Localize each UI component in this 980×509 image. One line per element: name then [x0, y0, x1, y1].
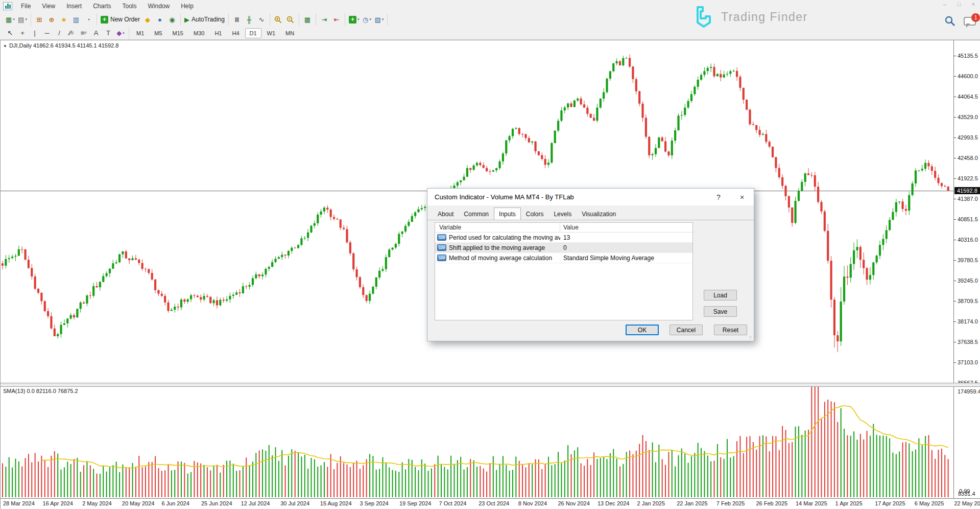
timeframe-h1[interactable]: H1: [210, 28, 226, 38]
timeframe-group: M1M5M15M30H1H4D1W1MN: [129, 27, 301, 39]
dialog-close-button[interactable]: ×: [730, 189, 754, 205]
price-tick: 39780.5: [958, 257, 978, 263]
zoom-out-icon[interactable]: [285, 14, 296, 25]
new-order-icon[interactable]: +New Order: [100, 14, 141, 25]
ok-button[interactable]: OK: [626, 325, 659, 335]
parameter-value[interactable]: 0: [560, 244, 692, 251]
menu-item-insert[interactable]: Insert: [61, 1, 87, 11]
label-icon[interactable]: T: [103, 28, 114, 39]
price-axis[interactable]: 45135.544600.044064.543529.042993.542458…: [953, 40, 980, 383]
date-tick: 6 Jun 2024: [161, 500, 189, 506]
trendline-icon[interactable]: /: [54, 28, 65, 39]
dialog-help-button[interactable]: ?: [707, 189, 730, 205]
cancel-button[interactable]: Cancel: [670, 325, 703, 335]
price-tick: 43529.0: [958, 114, 978, 120]
toolbar-group: +New Order◆●◉: [97, 13, 181, 26]
inputs-table-row[interactable]: 123Method of moving average calculationS…: [435, 253, 692, 263]
periods-icon[interactable]: ◷▾: [361, 14, 372, 25]
search-icon[interactable]: [944, 15, 955, 27]
terminal-icon[interactable]: ▥: [70, 14, 82, 25]
metaeditor-icon[interactable]: ◆: [142, 14, 153, 25]
menu-item-file[interactable]: File: [15, 1, 36, 11]
equidistant-channel-icon[interactable]: ∕∕E: [66, 28, 77, 39]
menu-item-tools[interactable]: Tools: [117, 1, 142, 11]
zoom-in-icon[interactable]: [273, 14, 284, 25]
new-chart-icon[interactable]: ▦▾: [5, 14, 16, 25]
menu-item-window[interactable]: Window: [142, 1, 176, 11]
timeframe-h4[interactable]: H4: [227, 28, 244, 38]
price-tick: 41922.5: [958, 175, 978, 181]
indicator-axis[interactable]: 174959.4 0.99 8331.4: [953, 387, 980, 498]
menu-item-help[interactable]: Help: [175, 1, 199, 11]
menu-item-view[interactable]: View: [36, 1, 61, 11]
timeframe-w1[interactable]: W1: [262, 28, 280, 38]
menu-bar: FileViewInsertChartsToolsWindowHelp – □ …: [0, 0, 980, 12]
inputs-table-row[interactable]: 123Shift applied to the moving average0: [435, 243, 692, 253]
autotrading-icon[interactable]: ▶AutoTrading: [183, 14, 226, 25]
save-button[interactable]: Save: [704, 306, 737, 317]
profiles-icon[interactable]: ▤▾: [17, 14, 28, 25]
timeframe-m30[interactable]: M30: [189, 28, 209, 38]
chevron-down-icon[interactable]: ▼: [3, 44, 7, 49]
price-tick: 42458.0: [958, 155, 978, 161]
horizontal-line-icon[interactable]: ─: [41, 28, 53, 39]
templates-icon[interactable]: ▧▾: [373, 14, 385, 25]
timeframe-m5[interactable]: M5: [150, 28, 166, 38]
dialog-tab-inputs[interactable]: Inputs: [494, 207, 521, 220]
dropdown-caret-icon[interactable]: ▾: [25, 17, 27, 21]
dropdown-caret-icon[interactable]: ▾: [382, 17, 384, 21]
reset-button[interactable]: Reset: [714, 325, 747, 335]
vertical-line-icon[interactable]: |: [29, 28, 40, 39]
pane-splitter[interactable]: [1, 383, 980, 387]
dropdown-caret-icon[interactable]: ▾: [357, 17, 360, 21]
dialog-tab-about[interactable]: About: [433, 208, 459, 220]
chart-shift-icon[interactable]: ⇤: [331, 14, 342, 25]
dialog-tab-levels[interactable]: Levels: [548, 208, 577, 220]
dialog-resize-grip[interactable]: ⁙: [749, 336, 753, 340]
signals-icon[interactable]: ◉: [166, 14, 178, 25]
indicator-properties-dialog[interactable]: Custom Indicator - Volume MA MT4 - By TF…: [427, 188, 754, 341]
restore-button[interactable]: □: [955, 1, 963, 7]
volume-chart[interactable]: [1, 387, 953, 498]
strategy-tester-icon[interactable]: ◔: [83, 14, 94, 25]
dropdown-caret-icon[interactable]: ▾: [13, 17, 15, 21]
minimize-button[interactable]: –: [941, 1, 948, 7]
tile-windows-icon[interactable]: ▦: [302, 14, 313, 25]
menu-item-charts[interactable]: Charts: [87, 1, 116, 11]
indicators-icon[interactable]: +▾: [348, 14, 361, 25]
timeframe-mn[interactable]: MN: [281, 28, 299, 38]
auto-scroll-icon[interactable]: ⇥: [319, 14, 330, 25]
dialog-tab-common[interactable]: Common: [459, 208, 494, 220]
timeframe-m15[interactable]: M15: [168, 28, 188, 38]
market-watch-icon[interactable]: ⊞: [34, 14, 45, 25]
navigator-icon[interactable]: ★: [58, 14, 69, 25]
dialog-title-bar[interactable]: Custom Indicator - Volume MA MT4 - By TF…: [427, 189, 754, 205]
close-window-button[interactable]: ×: [970, 1, 977, 7]
data-window-icon[interactable]: ⊕: [46, 14, 57, 25]
bar-chart-icon[interactable]: Ⅲ: [231, 14, 243, 25]
crosshair-icon[interactable]: +: [17, 28, 28, 39]
window-controls: – □ ×: [941, 1, 977, 7]
volume-indicator-pane[interactable]: SMA(13) 0.0 82116.0 76875.2: [1, 387, 953, 498]
timeframe-d1[interactable]: D1: [245, 28, 261, 38]
inputs-table[interactable]: Variable Value 123Period used for calcul…: [435, 222, 693, 320]
date-axis[interactable]: 28 Mar 202416 Apr 20242 May 202420 May 2…: [1, 498, 980, 509]
dialog-tab-visualization[interactable]: Visualization: [577, 208, 621, 220]
shapes-icon[interactable]: ◆▾: [115, 28, 126, 39]
load-button[interactable]: Load: [704, 290, 737, 300]
dropdown-caret-icon[interactable]: ▾: [123, 31, 125, 35]
indicator-value-label: SMA(13) 0.0 82116.0 76875.2: [3, 388, 78, 394]
dropdown-caret-icon[interactable]: ▾: [369, 17, 371, 21]
parameter-value[interactable]: 13: [560, 234, 692, 241]
line-chart-icon[interactable]: ∿: [256, 14, 267, 25]
fibonacci-icon[interactable]: ≡F: [78, 28, 89, 39]
dialog-tab-colors[interactable]: Colors: [521, 208, 549, 220]
candlestick-icon[interactable]: ╫: [244, 14, 255, 25]
text-icon[interactable]: A: [90, 28, 102, 39]
parameter-value[interactable]: Standard Simple Moving Average: [560, 254, 692, 262]
community-icon[interactable]: ●: [154, 14, 165, 25]
notifications-icon[interactable]: 1: [964, 17, 976, 26]
timeframe-m1[interactable]: M1: [132, 28, 149, 38]
inputs-table-row[interactable]: 123Period used for calculating the movin…: [435, 233, 692, 243]
cursor-icon[interactable]: ↖: [5, 28, 16, 39]
